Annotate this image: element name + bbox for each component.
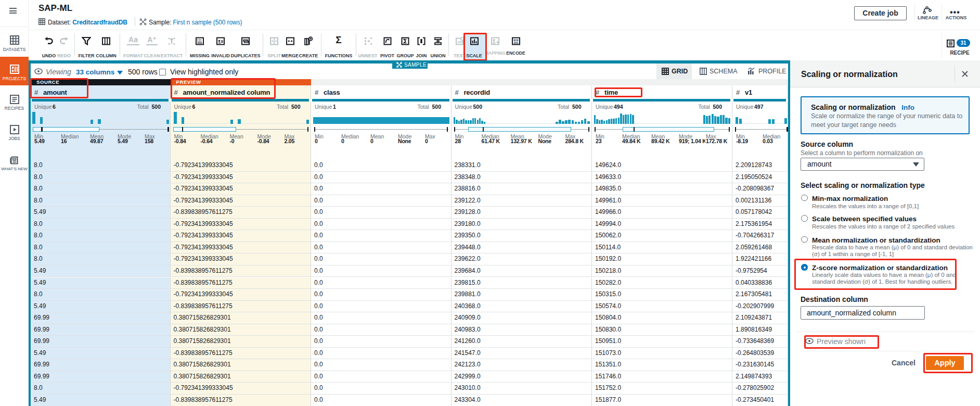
svg-text:101: 101 [513,42,518,45]
svg-text:ABC: ABC [457,41,463,44]
